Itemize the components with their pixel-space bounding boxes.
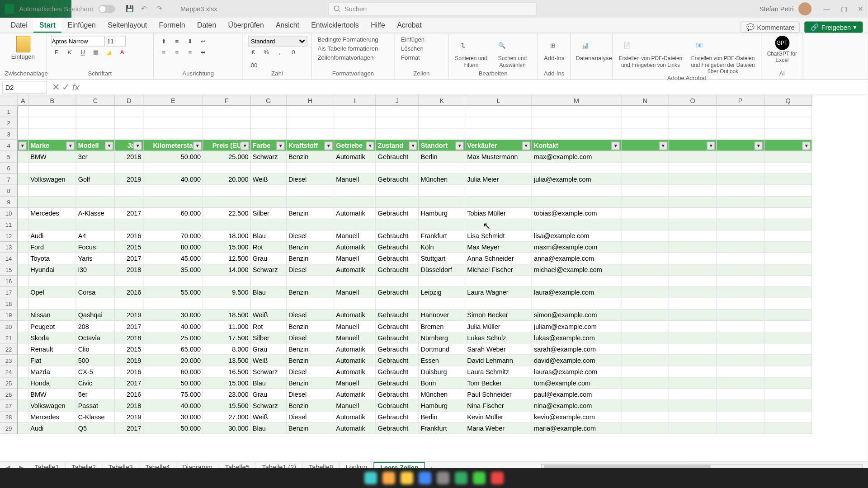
cell[interactable]: Rot: [251, 321, 287, 332]
menu-tab-ansicht[interactable]: Ansicht: [270, 19, 305, 33]
cell[interactable]: Automatik: [334, 242, 376, 253]
cell[interactable]: [669, 163, 717, 174]
cell[interactable]: [622, 287, 669, 298]
cell[interactable]: [18, 219, 29, 230]
cell[interactable]: [144, 298, 203, 310]
cell[interactable]: [18, 310, 29, 321]
cell[interactable]: Benzin: [287, 253, 334, 264]
cell[interactable]: [203, 219, 250, 230]
cell[interactable]: Grau: [251, 343, 287, 355]
cancel-formula-icon[interactable]: ✕: [52, 82, 60, 93]
cell[interactable]: 2019: [115, 412, 143, 423]
cell[interactable]: [419, 106, 466, 117]
row-header[interactable]: 22: [0, 343, 18, 355]
cell[interactable]: Michael Fischer: [465, 264, 532, 276]
maximize-icon[interactable]: ▢: [841, 5, 847, 13]
cell[interactable]: Diesel: [287, 174, 334, 185]
cell[interactable]: [115, 117, 143, 129]
cell[interactable]: [622, 253, 669, 264]
cell[interactable]: [287, 276, 334, 287]
font-name-select[interactable]: [51, 36, 105, 47]
cell[interactable]: Fiat: [28, 355, 76, 366]
pdf-outlook-button[interactable]: 📧 Erstellen von PDF-Dateien und Freigebe…: [690, 36, 756, 75]
cell[interactable]: [376, 276, 419, 287]
cell[interactable]: Kilometerstand: [144, 140, 203, 151]
cell[interactable]: [717, 197, 764, 208]
cell[interactable]: München: [419, 174, 466, 185]
cell[interactable]: [669, 174, 717, 185]
cell[interactable]: [622, 389, 669, 400]
cell[interactable]: [18, 332, 29, 343]
align-left-button[interactable]: ≡: [159, 47, 170, 57]
cell[interactable]: [622, 355, 669, 366]
cell[interactable]: Opel: [28, 287, 76, 298]
cell[interactable]: 50.000: [144, 423, 203, 434]
cell[interactable]: 15.000: [203, 242, 250, 253]
menu-tab-datei[interactable]: Datei: [5, 19, 33, 33]
cell[interactable]: [419, 185, 466, 197]
cell[interactable]: [76, 276, 115, 287]
cell[interactable]: [376, 106, 419, 117]
cell[interactable]: paul@example.com: [532, 389, 622, 400]
cell[interactable]: Diesel: [287, 310, 334, 321]
cell[interactable]: [287, 129, 334, 140]
cell[interactable]: [251, 117, 287, 129]
cell[interactable]: [287, 185, 334, 197]
cell[interactable]: [203, 276, 250, 287]
cell[interactable]: [532, 163, 622, 174]
cell[interactable]: Benzin: [287, 208, 334, 219]
cell[interactable]: juliam@example.com: [532, 321, 622, 332]
cell[interactable]: 14.000: [203, 264, 250, 276]
comments-button[interactable]: 💬 Kommentare: [741, 21, 800, 33]
cell[interactable]: [28, 106, 76, 117]
chatgpt-button[interactable]: GPT ChatGPT for Excel: [766, 36, 798, 63]
menu-tab-start[interactable]: Start: [33, 19, 61, 33]
cell[interactable]: Weiß: [251, 355, 287, 366]
autosave-toggle[interactable]: [98, 5, 115, 13]
formula-input[interactable]: [84, 81, 868, 93]
cell[interactable]: Getriebe: [334, 140, 376, 151]
cell[interactable]: [622, 106, 669, 117]
cell[interactable]: [622, 276, 669, 287]
col-header-P[interactable]: P: [717, 95, 764, 106]
cell[interactable]: [717, 230, 764, 242]
cell[interactable]: 30.000: [144, 310, 203, 321]
col-header-L[interactable]: L: [465, 95, 532, 106]
cell[interactable]: Gebraucht: [376, 242, 419, 253]
cell[interactable]: [764, 423, 812, 434]
cell[interactable]: Audi: [28, 423, 76, 434]
cell[interactable]: [669, 219, 717, 230]
cell[interactable]: anna@example.com: [532, 253, 622, 264]
cell[interactable]: [764, 129, 812, 140]
cell[interactable]: 19.500: [203, 400, 250, 412]
border-button[interactable]: ▦: [90, 47, 101, 57]
cell[interactable]: 5er: [76, 389, 115, 400]
cell[interactable]: [419, 117, 466, 129]
row-header[interactable]: 4: [0, 140, 18, 151]
cell[interactable]: [764, 287, 812, 298]
name-box[interactable]: [2, 81, 47, 93]
cell[interactable]: [669, 287, 717, 298]
cell[interactable]: Silber: [251, 332, 287, 343]
cell[interactable]: 2017: [115, 321, 143, 332]
fx-icon[interactable]: fx: [72, 82, 79, 93]
cell[interactable]: Max Mustermann: [465, 151, 532, 163]
col-header-O[interactable]: O: [669, 95, 717, 106]
cell[interactable]: [251, 129, 287, 140]
cell[interactable]: [334, 117, 376, 129]
cell[interactable]: tom@example.com: [532, 378, 622, 389]
cell[interactable]: [717, 219, 764, 230]
cell[interactable]: [465, 129, 532, 140]
cell[interactable]: [764, 276, 812, 287]
row-header[interactable]: 8: [0, 185, 18, 197]
cell[interactable]: [251, 163, 287, 174]
cell[interactable]: Weiß: [251, 310, 287, 321]
cell[interactable]: Grau: [251, 253, 287, 264]
cell[interactable]: [115, 185, 143, 197]
cell[interactable]: [251, 106, 287, 117]
row-header[interactable]: 25: [0, 378, 18, 389]
cell[interactable]: [764, 298, 812, 310]
cell[interactable]: [18, 378, 29, 389]
cell[interactable]: [419, 129, 466, 140]
cell[interactable]: [419, 163, 466, 174]
